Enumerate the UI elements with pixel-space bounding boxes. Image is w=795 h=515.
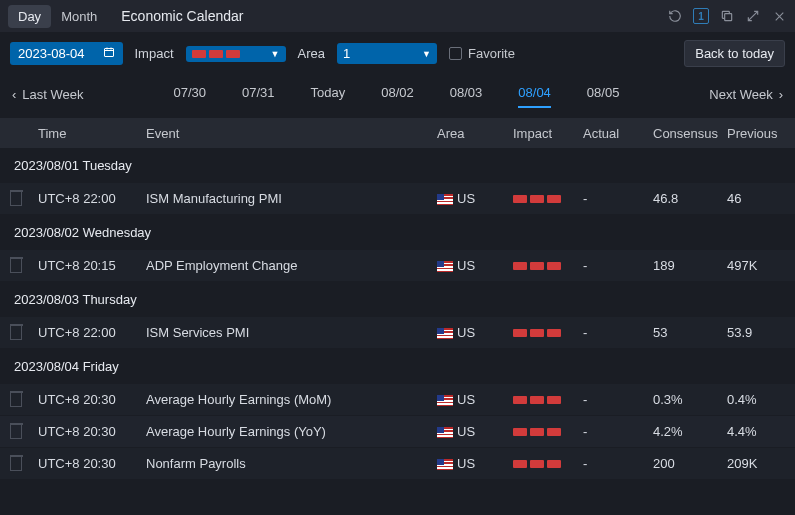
table-header: Time Event Area Impact Actual Consensus …	[0, 118, 795, 148]
cell-consensus: 189	[647, 258, 721, 273]
header-actual[interactable]: Actual	[577, 126, 647, 141]
cell-time: UTC+8 22:00	[32, 325, 140, 340]
cell-impact	[507, 396, 577, 404]
cell-actual: -	[577, 424, 647, 439]
cell-actual: -	[577, 392, 647, 407]
cell-event: ISM Services PMI	[140, 325, 431, 340]
bookmark-icon[interactable]	[10, 192, 22, 206]
cell-time: UTC+8 20:15	[32, 258, 140, 273]
area-dropdown[interactable]: 1 ▼	[337, 43, 437, 64]
favorite-filter[interactable]: Favorite	[449, 46, 515, 61]
us-flag-icon	[437, 395, 453, 406]
cell-area: US	[431, 325, 507, 340]
cell-impact	[507, 329, 577, 337]
cell-impact	[507, 262, 577, 270]
layout-one-icon[interactable]: 1	[693, 8, 709, 24]
cell-event: Average Hourly Earnings (MoM)	[140, 392, 431, 407]
cell-time: UTC+8 20:30	[32, 392, 140, 407]
cell-area: US	[431, 456, 507, 471]
header-consensus[interactable]: Consensus	[647, 126, 721, 141]
table-row[interactable]: UTC+8 22:00ISM Services PMIUS-5353.9	[0, 317, 795, 349]
header-previous[interactable]: Previous	[721, 126, 795, 141]
next-week-button[interactable]: Next Week ›	[709, 87, 783, 102]
table-row[interactable]: UTC+8 20:15ADP Employment ChangeUS-18949…	[0, 250, 795, 282]
date-picker[interactable]: 2023-08-04	[10, 42, 123, 65]
area-label: Area	[298, 46, 325, 61]
chevron-right-icon: ›	[779, 87, 783, 102]
impact-label: Impact	[135, 46, 174, 61]
cell-time: UTC+8 20:30	[32, 424, 140, 439]
cell-actual: -	[577, 456, 647, 471]
back-to-today-button[interactable]: Back to today	[684, 40, 785, 67]
bookmark-icon[interactable]	[10, 425, 22, 439]
bookmark-icon[interactable]	[10, 457, 22, 471]
filter-bar: 2023-08-04 Impact ▼ Area 1 ▼ Favorite Ba…	[0, 32, 795, 75]
us-flag-icon	[437, 427, 453, 438]
copy-icon[interactable]	[719, 8, 735, 24]
day-tab[interactable]: 08/05	[587, 85, 620, 104]
day-tab[interactable]: 08/02	[381, 85, 414, 104]
title-icons: 1	[667, 8, 787, 24]
close-icon[interactable]	[771, 8, 787, 24]
view-tab-month[interactable]: Month	[51, 5, 107, 28]
view-tab-day[interactable]: Day	[8, 5, 51, 28]
impact-dropdown[interactable]: ▼	[186, 46, 286, 62]
cell-time: UTC+8 22:00	[32, 191, 140, 206]
day-tabs: 07/3007/31Today08/0208/0308/0408/05	[84, 85, 710, 104]
cell-previous: 4.4%	[721, 424, 795, 439]
cell-event: Nonfarm Payrolls	[140, 456, 431, 471]
cell-consensus: 53	[647, 325, 721, 340]
us-flag-icon	[437, 459, 453, 470]
table-body: 2023/08/01 TuesdayUTC+8 22:00ISM Manufac…	[0, 148, 795, 480]
favorite-label: Favorite	[468, 46, 515, 61]
cell-event: ISM Manufacturing PMI	[140, 191, 431, 206]
titlebar: Day Month Economic Calendar 1	[0, 0, 795, 32]
cell-area: US	[431, 258, 507, 273]
group-header: 2023/08/02 Wednesday	[0, 215, 795, 250]
cell-actual: -	[577, 258, 647, 273]
cell-consensus: 46.8	[647, 191, 721, 206]
us-flag-icon	[437, 194, 453, 205]
table-row[interactable]: UTC+8 22:00ISM Manufacturing PMIUS-46.84…	[0, 183, 795, 215]
day-tab[interactable]: 07/31	[242, 85, 275, 104]
last-week-label: Last Week	[22, 87, 83, 102]
day-tab[interactable]: 08/03	[450, 85, 483, 104]
cell-event: Average Hourly Earnings (YoY)	[140, 424, 431, 439]
day-tab[interactable]: 07/30	[173, 85, 206, 104]
table-row[interactable]: UTC+8 20:30Average Hourly Earnings (YoY)…	[0, 416, 795, 448]
cell-previous: 209K	[721, 456, 795, 471]
chevron-down-icon: ▼	[422, 49, 431, 59]
cell-area: US	[431, 424, 507, 439]
area-value: 1	[343, 46, 350, 61]
day-tab[interactable]: 08/04	[518, 85, 551, 104]
svg-rect-0	[725, 14, 732, 21]
cell-previous: 497K	[721, 258, 795, 273]
last-week-button[interactable]: ‹ Last Week	[12, 87, 84, 102]
cell-consensus: 200	[647, 456, 721, 471]
bookmark-icon[interactable]	[10, 259, 22, 273]
favorite-checkbox[interactable]	[449, 47, 462, 60]
group-header: 2023/08/03 Thursday	[0, 282, 795, 317]
bookmark-icon[interactable]	[10, 326, 22, 340]
refresh-icon[interactable]	[667, 8, 683, 24]
svg-rect-1	[104, 49, 113, 57]
table-row[interactable]: UTC+8 20:30Nonfarm PayrollsUS-200209K	[0, 448, 795, 480]
expand-icon[interactable]	[745, 8, 761, 24]
cell-previous: 53.9	[721, 325, 795, 340]
bookmark-icon[interactable]	[10, 393, 22, 407]
cell-impact	[507, 428, 577, 436]
header-event[interactable]: Event	[140, 126, 431, 141]
cell-previous: 0.4%	[721, 392, 795, 407]
cell-consensus: 4.2%	[647, 424, 721, 439]
app-title: Economic Calendar	[121, 8, 243, 24]
header-time[interactable]: Time	[32, 126, 140, 141]
table-row[interactable]: UTC+8 20:30Average Hourly Earnings (MoM)…	[0, 384, 795, 416]
week-nav: ‹ Last Week 07/3007/31Today08/0208/0308/…	[0, 75, 795, 118]
header-area[interactable]: Area	[431, 126, 507, 141]
day-tab[interactable]: Today	[311, 85, 346, 104]
next-week-label: Next Week	[709, 87, 772, 102]
header-impact[interactable]: Impact	[507, 126, 577, 141]
cell-consensus: 0.3%	[647, 392, 721, 407]
calendar-table: Time Event Area Impact Actual Consensus …	[0, 118, 795, 480]
cell-actual: -	[577, 325, 647, 340]
